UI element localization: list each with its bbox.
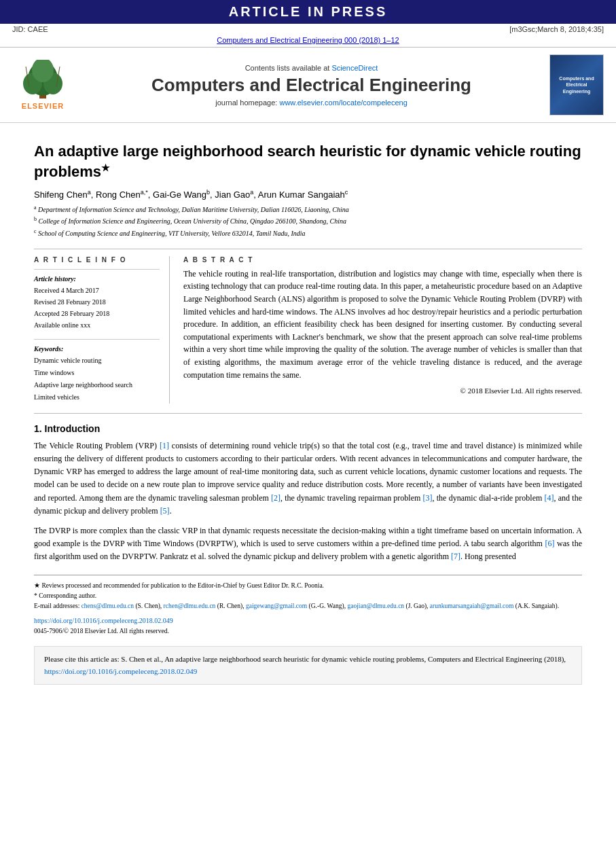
email-link-sangaiah[interactable]: arunkumarsangaiah@gmail.com	[430, 603, 514, 609]
title-star: ★	[101, 162, 110, 173]
affiliations: a Department of Information Science and …	[34, 204, 582, 239]
star-footnote: ★ Reviews processed and recommended for …	[34, 581, 582, 591]
abstract-column: A B S T R A C T The vehicle routing in r…	[183, 256, 582, 404]
authors-line: Shifeng Chena, Rong Chena,*, Gai-Ge Wang…	[34, 189, 582, 200]
corresponding-footnote: * Corresponding author.	[34, 591, 582, 601]
email-link-gao[interactable]: gaojian@dlmu.edu.cn	[347, 603, 404, 609]
elsevier-tree-icon	[19, 60, 67, 101]
article-info-label: A R T I C L E I N F O	[34, 256, 160, 264]
ref-6[interactable]: [6]	[545, 539, 554, 548]
abstract-label: A B S T R A C T	[183, 256, 582, 264]
citation-box: Please cite this article as: S. Chen et …	[34, 646, 582, 685]
keywords-label: Keywords:	[34, 345, 160, 353]
ref-1[interactable]: [1]	[160, 441, 169, 450]
footnote-section: ★ Reviews processed and recommended for …	[34, 575, 582, 637]
sciencedirect-link[interactable]: ScienceDirect	[331, 64, 378, 72]
article-info-column: A R T I C L E I N F O Article history: R…	[34, 256, 170, 404]
journal-thumbnail: Computers and Electrical Engineering	[549, 54, 604, 115]
journal-homepage-link[interactable]: www.elsevier.com/locate/compeleceng	[279, 99, 407, 107]
ref-3[interactable]: [3]	[423, 493, 433, 503]
copyright-line: © 2018 Elsevier Ltd. All rights reserved…	[183, 387, 582, 395]
intro-heading: 1. Introduction	[34, 423, 582, 434]
ref-4[interactable]: [4]	[545, 493, 554, 503]
journal-header-center: Contents lists available at ScienceDirec…	[83, 64, 540, 107]
abstract-text: The vehicle routing in real-life transpo…	[183, 268, 582, 381]
intro-para1: The Vehicle Routing Problem (VRP) [1] co…	[34, 440, 582, 518]
jid-left: JID: CAEE	[12, 25, 48, 33]
email-footnote: E-mail addresses: chens@dlmu.edu.cn (S. …	[34, 601, 582, 611]
email-link-chen[interactable]: chens@dlmu.edu.cn	[81, 603, 134, 609]
keywords-list: Dynamic vehicle routing Time windows Ada…	[34, 355, 160, 404]
issn-line: 0045-7906/© 2018 Elsevier Ltd. All right…	[34, 626, 582, 637]
journal-title: Computers and Electrical Engineering	[83, 75, 540, 96]
jid-right: [m3Gsc;March 8, 2018;4:35]	[509, 25, 604, 33]
intro-para2: The DVRP is more complex than the classi…	[34, 524, 582, 564]
elsevier-logo: ELSEVIER	[12, 60, 73, 110]
article-history: Received 4 March 2017 Revised 28 Februar…	[34, 285, 160, 331]
main-content: An adaptive large neighborhood search he…	[0, 123, 616, 692]
doi-line: https://doi.org/10.1016/j.compeleceng.20…	[34, 615, 582, 626]
ref-7[interactable]: [7]	[451, 552, 460, 561]
elsevier-wordmark: ELSEVIER	[22, 102, 64, 110]
citation-doi-link[interactable]: https://doi.org/10.1016/j.compeleceng.20…	[44, 667, 197, 675]
ref-2[interactable]: [2]	[271, 493, 280, 503]
journal-volume-link[interactable]: Computers and Electrical Engineering 000…	[217, 36, 399, 44]
article-title: An adaptive large neighborhood search he…	[34, 142, 582, 182]
sciencedirect-line: Contents lists available at ScienceDirec…	[83, 64, 540, 72]
article-info-abstract: A R T I C L E I N F O Article history: R…	[34, 249, 582, 404]
email-link-gaige[interactable]: gaigewang@gmail.com	[246, 603, 307, 609]
ref-5[interactable]: [5]	[160, 506, 170, 516]
doi-link[interactable]: https://doi.org/10.1016/j.compeleceng.20…	[34, 617, 173, 624]
article-in-press-banner: ARTICLE IN PRESS	[0, 0, 616, 24]
journal-header: ELSEVIER Contents lists available at Sci…	[0, 48, 616, 123]
article-history-label: Article history:	[34, 275, 160, 283]
email-link-rchen[interactable]: rchen@dlmu.edu.cn	[164, 603, 216, 609]
journal-homepage-line: journal homepage: www.elsevier.com/locat…	[83, 99, 540, 107]
